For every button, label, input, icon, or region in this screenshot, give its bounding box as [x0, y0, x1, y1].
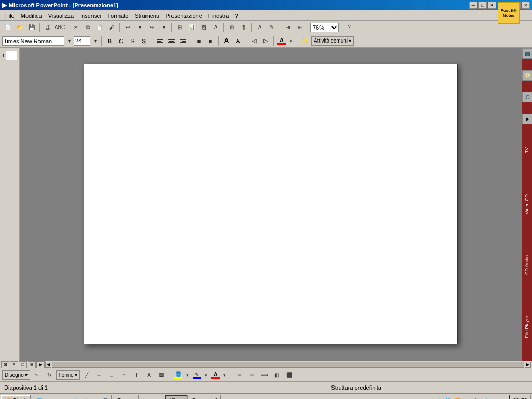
decrease-font-button[interactable]: A [233, 36, 243, 46]
underline-button[interactable]: S [127, 36, 138, 46]
fill-dropdown[interactable]: ▾ [184, 370, 191, 380]
design-btn[interactable]: ✨ [300, 36, 310, 46]
font-color-dropdown[interactable]: ▾ [288, 36, 294, 46]
menu-formato[interactable]: Formato [104, 11, 131, 20]
bold-button[interactable]: B [104, 36, 115, 46]
arrow-tool[interactable]: → [94, 370, 105, 380]
tray-icon-8[interactable]: ⚙ [500, 396, 508, 399]
scroll-left-button[interactable]: ◀ [45, 362, 51, 368]
quicklaunch-outlook[interactable]: 📧 [45, 396, 53, 399]
tray-icon-7[interactable]: 💻 [490, 396, 499, 399]
slide-view-button[interactable]: □ [19, 361, 27, 368]
forme-button[interactable]: Forme ▾ [56, 370, 80, 380]
font-name-dropdown[interactable]: ▾ [65, 36, 73, 46]
shadow-button[interactable]: S [139, 36, 149, 46]
show-formatting[interactable]: ¶ [238, 22, 249, 33]
sidebar-icon-4[interactable]: ▶ [522, 114, 532, 124]
slide-canvas[interactable] [84, 64, 458, 344]
format-painter[interactable]: 🖌 [106, 22, 117, 33]
spellcheck-button[interactable]: ABC [54, 22, 65, 33]
textbox-tool[interactable]: T [131, 370, 142, 380]
undo-dropdown[interactable]: ▾ [134, 22, 145, 33]
next-button[interactable]: ▷ [260, 36, 271, 46]
tab-tv[interactable]: TV [523, 146, 530, 154]
cut-button[interactable]: ✂ [70, 22, 82, 33]
tab-cdaudio[interactable]: CD Audio [523, 254, 530, 276]
zoom-select[interactable]: 76% [310, 23, 339, 32]
slidesorter-view-button[interactable]: ⊞ [28, 361, 36, 368]
align-right-button[interactable] [178, 36, 188, 46]
scroll-right-button[interactable]: ▶ [525, 362, 531, 368]
quicklaunch-5[interactable]: 📷 [91, 396, 100, 399]
slideshow-view-button[interactable]: ▶ [36, 361, 45, 368]
insert-chart[interactable]: 📊 [186, 22, 197, 33]
prev-button[interactable]: ◁ [249, 36, 259, 46]
dash-style-button[interactable]: ┅ [246, 370, 258, 380]
line-tool[interactable]: ╱ [81, 370, 92, 380]
font-size-input[interactable] [74, 36, 90, 46]
line-color-dropdown[interactable]: ▾ [203, 370, 209, 380]
menu-file[interactable]: File [2, 11, 18, 20]
font-name-input[interactable] [2, 36, 64, 46]
line-style-button[interactable]: ━ [234, 370, 245, 380]
taskbar-documenti[interactable]: Documenti [189, 395, 221, 399]
ellipse-tool[interactable]: ○ [118, 370, 130, 380]
taskbar-postit[interactable]: Post-i... [114, 395, 139, 399]
tray-icon-1[interactable]: 🔊 [434, 396, 443, 399]
fill-color-picker[interactable]: 🪣 [173, 371, 183, 379]
wordart-tool[interactable]: A [143, 370, 155, 380]
rotate-tool[interactable]: ↻ [44, 370, 55, 380]
tab-videocd[interactable]: Video CD [523, 193, 530, 215]
line-color-picker[interactable]: ✎ [192, 371, 202, 379]
menu-finestra[interactable]: Finestra [205, 11, 232, 20]
disegno-button[interactable]: Disegno ▾ [2, 370, 30, 380]
tray-icon-5[interactable]: 🛡 [472, 396, 480, 399]
tray-icon-6[interactable]: 📡 [481, 396, 489, 399]
paste-button[interactable]: 📋 [94, 22, 105, 33]
select-tool[interactable]: ↖ [31, 370, 43, 380]
insert-wordart[interactable]: A [210, 22, 221, 33]
arrow-style-button[interactable]: ⟹ [259, 370, 270, 380]
print-button[interactable]: 🖨 [42, 22, 54, 33]
redo-button[interactable]: ↪ [146, 22, 157, 33]
decrease-indent[interactable]: ⇤ [294, 22, 305, 33]
increase-font-button[interactable]: A [221, 36, 232, 46]
clipart-tool[interactable]: 🖼 [156, 370, 167, 380]
rect-tool[interactable]: □ [106, 370, 117, 380]
menu-inserisci[interactable]: Inserisci [77, 11, 104, 20]
menu-help[interactable]: ? [232, 11, 242, 20]
font-size-dropdown[interactable]: ▾ [91, 36, 99, 46]
increase-indent[interactable]: ⇥ [282, 22, 294, 33]
number-list-button[interactable]: ≡ [205, 36, 216, 46]
new-button[interactable]: 📄 [2, 22, 14, 33]
outline-view-button[interactable]: ≡ [10, 361, 18, 368]
undo-button[interactable]: ↩ [122, 22, 134, 33]
menu-modifica[interactable]: Modifica [18, 11, 45, 20]
start-button[interactable]: ⊞ Start [1, 395, 31, 399]
align-left-button[interactable] [155, 36, 165, 46]
font-color-draw-picker[interactable]: A [210, 370, 221, 379]
align-center-button[interactable] [166, 36, 177, 46]
font-color-picker[interactable]: A [276, 36, 287, 45]
close-button[interactable]: ✕ [488, 2, 496, 9]
sidebar-icon-2[interactable]: 📀 [522, 70, 532, 81]
expand-all[interactable]: ⊞ [226, 22, 237, 33]
open-button[interactable]: 📂 [14, 22, 25, 33]
tray-icon-4[interactable]: 🔋 [462, 396, 471, 399]
bullet-list-button[interactable]: ≡ [194, 36, 204, 46]
highlight-btn[interactable]: ✎ [266, 22, 277, 33]
slide-thumbnail-1[interactable]: 1 [1, 50, 18, 61]
shadow-style-button[interactable]: ◧ [271, 370, 283, 380]
save-button[interactable]: 💾 [26, 22, 37, 33]
minimize-button[interactable]: ─ [469, 2, 477, 9]
italic-button[interactable]: C [116, 36, 126, 46]
redo-dropdown[interactable]: ▾ [158, 22, 169, 33]
attivita-comuni-button[interactable]: Attività comuni ▾ [311, 36, 354, 46]
taskbar-micr[interactable]: Micr... [165, 395, 188, 399]
quicklaunch-1[interactable]: 🖥 [54, 396, 62, 399]
doc-close-button[interactable]: ✕ [522, 2, 530, 9]
horizontal-scrollbar[interactable] [52, 362, 524, 368]
normal-view-button[interactable]: ⊡ [1, 361, 9, 368]
help-button[interactable]: ? [343, 22, 355, 33]
sidebar-icon-3[interactable]: 🎵 [522, 92, 532, 102]
